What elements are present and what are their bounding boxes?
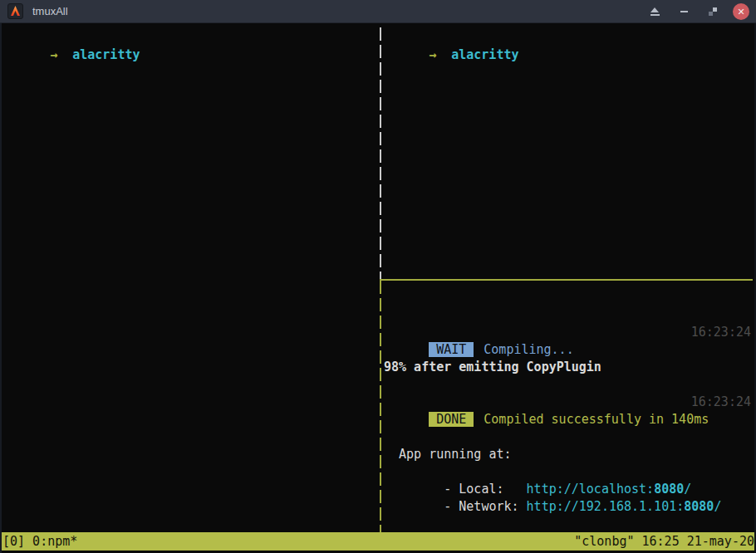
local-url-line: - Local: http://localhost:8080/ xyxy=(384,463,691,481)
network-label: - Network: xyxy=(429,499,526,514)
network-url-base: http://192.168.1.101: xyxy=(527,499,685,514)
progress-line: 98% after emitting CopyPlugin xyxy=(384,359,601,376)
maximize-icon xyxy=(709,7,717,16)
prompt-cwd: alacritty xyxy=(72,47,140,62)
terminal: →alacritty →alacritty WAITCompiling... 1… xyxy=(0,23,756,553)
window-title: tmuxAll xyxy=(32,5,68,17)
shell-prompt: →alacritty xyxy=(5,29,140,46)
done-status-line: DONECompiled successfully in 140ms 16:23… xyxy=(384,394,751,411)
command-line: tmux-sacale-mas-partido xyxy=(384,516,609,533)
window-controls: ✕ xyxy=(646,0,749,23)
minimize-icon xyxy=(680,11,688,12)
network-url-link[interactable]: http://192.168.1.101:8080/ xyxy=(527,499,722,514)
network-slash: / xyxy=(714,499,721,514)
prompt-arrow-icon: → xyxy=(50,47,57,62)
alacritty-logo-icon xyxy=(7,3,23,19)
app-running-line: App running at: xyxy=(384,446,512,463)
wait-badge: WAIT xyxy=(429,342,474,357)
done-timestamp: 16:23:24 xyxy=(691,394,751,411)
pane-right-bottom[interactable]: WAITCompiling... 16:23:24 98% after emit… xyxy=(381,281,754,532)
wait-status-line: WAITCompiling... 16:23:24 xyxy=(384,324,751,341)
wait-timestamp: 16:23:24 xyxy=(691,324,751,341)
session-window-indicator[interactable]: [0] 0:npm* xyxy=(0,532,77,551)
close-icon: ✕ xyxy=(737,7,744,17)
done-badge: DONE xyxy=(429,412,474,427)
shell-prompt: →alacritty xyxy=(384,29,519,46)
titlebar[interactable]: tmuxAll ✕ xyxy=(0,0,756,23)
pane-left[interactable]: →alacritty xyxy=(2,23,380,530)
minimize-button[interactable] xyxy=(675,2,693,21)
status-host-time-date: "clonbg" 16:25 21-may-20 xyxy=(574,532,756,551)
close-button[interactable]: ✕ xyxy=(733,3,749,20)
prompt-cwd: alacritty xyxy=(451,47,518,62)
network-port: 8080 xyxy=(684,499,714,514)
pane-right-top[interactable]: →alacritty xyxy=(381,23,754,279)
maximize-button[interactable] xyxy=(704,2,722,21)
tmux-status-bar: [0] 0:npm* "clonbg" 16:25 21-may-20 xyxy=(0,532,756,551)
window-edge-left xyxy=(0,23,2,553)
compiling-message: Compiling... xyxy=(484,342,573,357)
network-url-line: - Network: http://192.168.1.101:8080/ xyxy=(384,481,721,498)
done-message: Compiled successfully in 140ms xyxy=(484,412,709,427)
prompt-arrow-icon: → xyxy=(429,47,436,62)
shade-button[interactable] xyxy=(646,2,664,21)
shade-icon xyxy=(650,7,660,16)
